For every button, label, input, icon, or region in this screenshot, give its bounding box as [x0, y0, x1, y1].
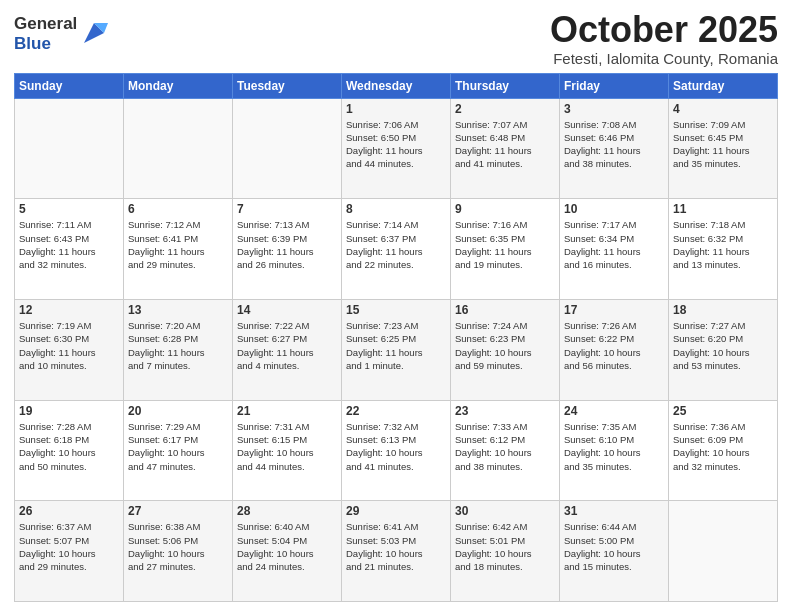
calendar-cell: 9Sunrise: 7:16 AM Sunset: 6:35 PM Daylig… [451, 199, 560, 300]
calendar-cell: 8Sunrise: 7:14 AM Sunset: 6:37 PM Daylig… [342, 199, 451, 300]
day-number: 29 [346, 504, 446, 518]
calendar-cell: 11Sunrise: 7:18 AM Sunset: 6:32 PM Dayli… [669, 199, 778, 300]
logo-icon [80, 19, 108, 47]
day-number: 15 [346, 303, 446, 317]
location: Fetesti, Ialomita County, Romania [550, 50, 778, 67]
day-number: 16 [455, 303, 555, 317]
day-number: 24 [564, 404, 664, 418]
calendar-cell: 6Sunrise: 7:12 AM Sunset: 6:41 PM Daylig… [124, 199, 233, 300]
calendar-cell: 10Sunrise: 7:17 AM Sunset: 6:34 PM Dayli… [560, 199, 669, 300]
day-number: 11 [673, 202, 773, 216]
calendar-cell: 2Sunrise: 7:07 AM Sunset: 6:48 PM Daylig… [451, 98, 560, 199]
logo: General Blue [14, 14, 108, 53]
calendar-cell: 31Sunrise: 6:44 AM Sunset: 5:00 PM Dayli… [560, 501, 669, 602]
day-info: Sunrise: 6:41 AM Sunset: 5:03 PM Dayligh… [346, 520, 446, 573]
day-info: Sunrise: 7:18 AM Sunset: 6:32 PM Dayligh… [673, 218, 773, 271]
calendar-cell: 14Sunrise: 7:22 AM Sunset: 6:27 PM Dayli… [233, 299, 342, 400]
logo-blue: Blue [14, 34, 77, 54]
calendar-cell: 13Sunrise: 7:20 AM Sunset: 6:28 PM Dayli… [124, 299, 233, 400]
day-number: 21 [237, 404, 337, 418]
calendar-cell [233, 98, 342, 199]
day-info: Sunrise: 7:22 AM Sunset: 6:27 PM Dayligh… [237, 319, 337, 372]
day-info: Sunrise: 6:37 AM Sunset: 5:07 PM Dayligh… [19, 520, 119, 573]
calendar-week-5: 26Sunrise: 6:37 AM Sunset: 5:07 PM Dayli… [15, 501, 778, 602]
page: General Blue October 2025 Fetesti, Ialom… [0, 0, 792, 612]
calendar-cell: 4Sunrise: 7:09 AM Sunset: 6:45 PM Daylig… [669, 98, 778, 199]
day-info: Sunrise: 6:38 AM Sunset: 5:06 PM Dayligh… [128, 520, 228, 573]
day-info: Sunrise: 7:12 AM Sunset: 6:41 PM Dayligh… [128, 218, 228, 271]
day-info: Sunrise: 7:26 AM Sunset: 6:22 PM Dayligh… [564, 319, 664, 372]
day-number: 5 [19, 202, 119, 216]
day-number: 31 [564, 504, 664, 518]
day-info: Sunrise: 7:28 AM Sunset: 6:18 PM Dayligh… [19, 420, 119, 473]
day-number: 7 [237, 202, 337, 216]
calendar-cell: 30Sunrise: 6:42 AM Sunset: 5:01 PM Dayli… [451, 501, 560, 602]
calendar-cell: 17Sunrise: 7:26 AM Sunset: 6:22 PM Dayli… [560, 299, 669, 400]
day-info: Sunrise: 7:17 AM Sunset: 6:34 PM Dayligh… [564, 218, 664, 271]
day-info: Sunrise: 7:14 AM Sunset: 6:37 PM Dayligh… [346, 218, 446, 271]
day-info: Sunrise: 7:06 AM Sunset: 6:50 PM Dayligh… [346, 118, 446, 171]
calendar-cell [15, 98, 124, 199]
day-number: 17 [564, 303, 664, 317]
day-number: 30 [455, 504, 555, 518]
day-number: 9 [455, 202, 555, 216]
day-number: 1 [346, 102, 446, 116]
calendar-week-2: 5Sunrise: 7:11 AM Sunset: 6:43 PM Daylig… [15, 199, 778, 300]
calendar-cell: 21Sunrise: 7:31 AM Sunset: 6:15 PM Dayli… [233, 400, 342, 501]
day-number: 10 [564, 202, 664, 216]
calendar-week-4: 19Sunrise: 7:28 AM Sunset: 6:18 PM Dayli… [15, 400, 778, 501]
day-info: Sunrise: 7:35 AM Sunset: 6:10 PM Dayligh… [564, 420, 664, 473]
calendar-cell: 3Sunrise: 7:08 AM Sunset: 6:46 PM Daylig… [560, 98, 669, 199]
day-number: 12 [19, 303, 119, 317]
day-info: Sunrise: 7:16 AM Sunset: 6:35 PM Dayligh… [455, 218, 555, 271]
day-number: 14 [237, 303, 337, 317]
day-info: Sunrise: 7:32 AM Sunset: 6:13 PM Dayligh… [346, 420, 446, 473]
title-block: October 2025 Fetesti, Ialomita County, R… [550, 10, 778, 67]
calendar-cell: 5Sunrise: 7:11 AM Sunset: 6:43 PM Daylig… [15, 199, 124, 300]
calendar-table: Sunday Monday Tuesday Wednesday Thursday… [14, 73, 778, 602]
col-friday: Friday [560, 73, 669, 98]
calendar-cell: 23Sunrise: 7:33 AM Sunset: 6:12 PM Dayli… [451, 400, 560, 501]
day-number: 18 [673, 303, 773, 317]
calendar-cell: 27Sunrise: 6:38 AM Sunset: 5:06 PM Dayli… [124, 501, 233, 602]
day-number: 6 [128, 202, 228, 216]
day-number: 28 [237, 504, 337, 518]
col-monday: Monday [124, 73, 233, 98]
day-number: 23 [455, 404, 555, 418]
calendar-cell: 7Sunrise: 7:13 AM Sunset: 6:39 PM Daylig… [233, 199, 342, 300]
day-info: Sunrise: 7:20 AM Sunset: 6:28 PM Dayligh… [128, 319, 228, 372]
col-wednesday: Wednesday [342, 73, 451, 98]
day-info: Sunrise: 7:11 AM Sunset: 6:43 PM Dayligh… [19, 218, 119, 271]
calendar-cell: 26Sunrise: 6:37 AM Sunset: 5:07 PM Dayli… [15, 501, 124, 602]
day-info: Sunrise: 6:42 AM Sunset: 5:01 PM Dayligh… [455, 520, 555, 573]
calendar-cell: 29Sunrise: 6:41 AM Sunset: 5:03 PM Dayli… [342, 501, 451, 602]
month-title: October 2025 [550, 10, 778, 50]
day-info: Sunrise: 7:07 AM Sunset: 6:48 PM Dayligh… [455, 118, 555, 171]
calendar-cell: 22Sunrise: 7:32 AM Sunset: 6:13 PM Dayli… [342, 400, 451, 501]
logo-general: General [14, 14, 77, 34]
day-info: Sunrise: 6:44 AM Sunset: 5:00 PM Dayligh… [564, 520, 664, 573]
day-number: 22 [346, 404, 446, 418]
day-info: Sunrise: 7:08 AM Sunset: 6:46 PM Dayligh… [564, 118, 664, 171]
day-info: Sunrise: 7:09 AM Sunset: 6:45 PM Dayligh… [673, 118, 773, 171]
calendar-cell [124, 98, 233, 199]
day-info: Sunrise: 6:40 AM Sunset: 5:04 PM Dayligh… [237, 520, 337, 573]
day-info: Sunrise: 7:33 AM Sunset: 6:12 PM Dayligh… [455, 420, 555, 473]
day-info: Sunrise: 7:24 AM Sunset: 6:23 PM Dayligh… [455, 319, 555, 372]
calendar-cell: 28Sunrise: 6:40 AM Sunset: 5:04 PM Dayli… [233, 501, 342, 602]
col-tuesday: Tuesday [233, 73, 342, 98]
day-info: Sunrise: 7:27 AM Sunset: 6:20 PM Dayligh… [673, 319, 773, 372]
calendar-cell: 1Sunrise: 7:06 AM Sunset: 6:50 PM Daylig… [342, 98, 451, 199]
day-info: Sunrise: 7:13 AM Sunset: 6:39 PM Dayligh… [237, 218, 337, 271]
calendar-cell: 18Sunrise: 7:27 AM Sunset: 6:20 PM Dayli… [669, 299, 778, 400]
col-saturday: Saturday [669, 73, 778, 98]
day-number: 19 [19, 404, 119, 418]
day-info: Sunrise: 7:29 AM Sunset: 6:17 PM Dayligh… [128, 420, 228, 473]
col-sunday: Sunday [15, 73, 124, 98]
day-number: 2 [455, 102, 555, 116]
day-number: 27 [128, 504, 228, 518]
day-info: Sunrise: 7:23 AM Sunset: 6:25 PM Dayligh… [346, 319, 446, 372]
day-number: 13 [128, 303, 228, 317]
day-number: 3 [564, 102, 664, 116]
day-number: 20 [128, 404, 228, 418]
